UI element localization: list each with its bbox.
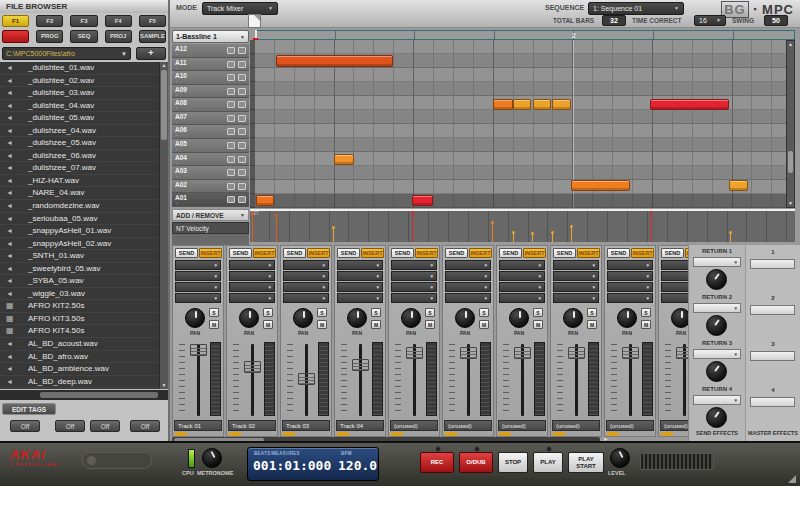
effect-slot-dropdown[interactable]: ▼ [499, 293, 545, 303]
effect-slot-dropdown[interactable]: ▼ [607, 293, 653, 303]
pan-knob[interactable] [239, 308, 259, 328]
mute-button[interactable]: M [533, 320, 543, 329]
effect-slot-dropdown[interactable]: ▼ [175, 260, 221, 270]
file-list-item[interactable]: AL_BD_acoust.wav [0, 338, 159, 351]
insert-button[interactable]: INSERT [577, 248, 600, 258]
track-mini-toggle-icon[interactable] [227, 142, 235, 149]
pan-knob[interactable] [293, 308, 313, 328]
mute-button[interactable]: M [587, 320, 597, 329]
mute-button[interactable]: M [209, 320, 219, 329]
file-list-item[interactable]: _sweetybird_05.wav [0, 263, 159, 276]
scrollbar-thumb[interactable] [40, 392, 158, 398]
track-row[interactable]: A06 ◦ [172, 125, 249, 139]
file-type-button[interactable]: SEQ [70, 30, 97, 43]
note-clip[interactable] [552, 99, 571, 110]
track-mini-toggle-icon[interactable] [238, 47, 246, 54]
solo-button[interactable]: S [209, 308, 219, 317]
file-list-item[interactable]: _dulishtee_03.wav [0, 87, 159, 100]
send-button[interactable]: SEND [283, 248, 306, 258]
pan-knob[interactable] [455, 308, 475, 328]
fader-handle[interactable] [622, 347, 639, 359]
transport-button[interactable]: PLAY START [568, 452, 604, 473]
file-list-item[interactable]: _dulishtee_04.wav [0, 100, 159, 113]
function-key-button[interactable]: F3 [70, 15, 97, 27]
fader-handle[interactable] [190, 344, 207, 356]
track-row[interactable]: A11 ◦ [172, 58, 249, 72]
master-effect-dropdown[interactable] [750, 351, 795, 361]
return-effect-dropdown[interactable]: ▼ [693, 303, 741, 313]
transport-button[interactable]: REC [420, 452, 454, 473]
solo-button[interactable]: S [641, 308, 651, 317]
mute-button[interactable]: M [479, 320, 489, 329]
track-mini-toggle-icon[interactable] [238, 101, 246, 108]
tag-off-button[interactable]: Off [90, 420, 120, 432]
file-list-item[interactable]: _dulishtee_02.wav [0, 75, 159, 88]
fader-handle[interactable] [406, 347, 423, 359]
solo-button[interactable]: S [425, 308, 435, 317]
file-list-item[interactable]: _dulishzee_05.wav [0, 137, 159, 150]
track-mini-toggle-icon[interactable] [227, 88, 235, 95]
effect-slot-dropdown[interactable]: ▼ [283, 293, 329, 303]
effect-slot-dropdown[interactable]: ▼ [229, 282, 275, 292]
insert-button[interactable]: INSERT [631, 248, 654, 258]
add-folder-button[interactable]: + [136, 47, 166, 60]
total-bars-value[interactable]: 32 [602, 15, 626, 26]
master-effect-dropdown[interactable] [750, 305, 795, 315]
parameter-lane-label[interactable]: NT Velocity [172, 222, 249, 234]
effect-slot-dropdown[interactable]: ▼ [661, 282, 688, 292]
mute-button[interactable]: M [317, 320, 327, 329]
fader-handle[interactable] [460, 347, 477, 359]
file-list-item[interactable]: AL_BD_deep.wav [0, 376, 159, 389]
channel-name[interactable]: (unused) [552, 420, 600, 431]
tag-off-button[interactable]: Off [10, 420, 40, 432]
fader-handle[interactable] [676, 347, 688, 359]
file-list-item[interactable]: AL_BD_ambience.wav [0, 363, 159, 376]
add-remove-dropdown[interactable]: ADD / REMOVE ▼ [172, 209, 249, 221]
channel-name[interactable]: Track 01 [174, 420, 222, 431]
effect-slot-dropdown[interactable]: ▼ [553, 260, 599, 270]
effect-slot-dropdown[interactable]: ▼ [499, 282, 545, 292]
effect-slot-dropdown[interactable]: ▼ [553, 282, 599, 292]
send-button[interactable]: SEND [337, 248, 360, 258]
scroll-up-icon[interactable]: ▲ [787, 41, 794, 48]
note-clip[interactable] [571, 180, 630, 191]
file-list-item[interactable]: AL_BD_afro.wav [0, 351, 159, 364]
effect-slot-dropdown[interactable]: ▼ [283, 260, 329, 270]
track-mini-toggle-icon[interactable] [238, 156, 246, 163]
pattern-selector-dropdown[interactable]: 1-Bassline 1 ▼ [172, 30, 249, 43]
transport-button[interactable]: STOP [498, 452, 528, 473]
effect-slot-dropdown[interactable]: ▼ [391, 282, 437, 292]
file-list-item[interactable]: _HIZ-HAT.wav [0, 175, 159, 188]
insert-button[interactable]: INSERT [523, 248, 546, 258]
effect-slot-dropdown[interactable]: ▼ [499, 271, 545, 281]
track-row[interactable]: A04 ◦ [172, 153, 249, 167]
track-mini-toggle-icon[interactable] [238, 61, 246, 68]
fader-handle[interactable] [298, 373, 315, 385]
track-row[interactable]: A02 ◦ [172, 180, 249, 194]
folder-path-dropdown[interactable]: C:\MPC5000Files\afro ▼ [2, 47, 131, 60]
channel-name[interactable]: Track 02 [228, 420, 276, 431]
file-list-item[interactable]: _NARE_04.wav [0, 187, 159, 200]
velocity-stem[interactable] [276, 216, 277, 242]
fader-track[interactable] [359, 344, 362, 416]
velocity-stem[interactable] [252, 214, 253, 242]
effect-slot-dropdown[interactable]: ▼ [337, 271, 383, 281]
velocity-stem[interactable] [552, 233, 553, 242]
file-list-item[interactable]: AFRO KIT2.50s [0, 300, 159, 313]
effect-slot-dropdown[interactable]: ▼ [229, 260, 275, 270]
return-level-knob[interactable] [706, 361, 727, 382]
effect-slot-dropdown[interactable]: ▼ [175, 271, 221, 281]
solo-button[interactable]: S [371, 308, 381, 317]
track-mini-toggle-icon[interactable] [227, 74, 235, 81]
scroll-down-icon[interactable]: ▼ [787, 200, 794, 207]
velocity-stem[interactable] [412, 213, 413, 242]
track-mini-toggle-icon[interactable] [227, 61, 235, 68]
send-button[interactable]: SEND [607, 248, 630, 258]
solo-button[interactable]: S [263, 308, 273, 317]
track-row[interactable]: A05 ◦ [172, 139, 249, 153]
effect-slot-dropdown[interactable]: ▼ [283, 271, 329, 281]
track-row[interactable]: A01 ◦ [172, 193, 249, 207]
pan-knob[interactable] [185, 308, 205, 328]
channel-name[interactable]: (unused) [390, 420, 438, 431]
file-type-button[interactable] [2, 30, 29, 43]
